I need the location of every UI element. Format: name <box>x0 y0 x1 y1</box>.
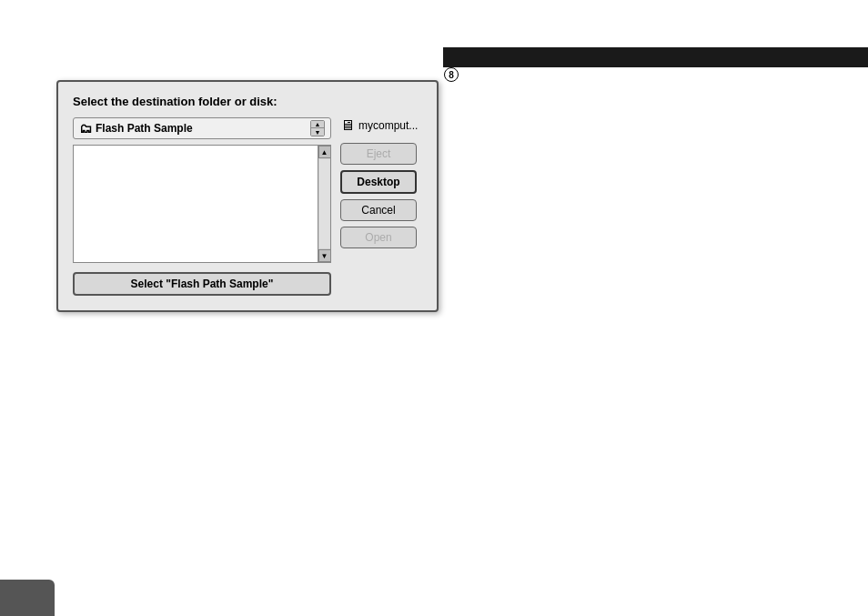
scroll-thumb[interactable] <box>319 159 330 248</box>
computer-label: 🖥 mycomput... <box>340 117 418 134</box>
folder-selector[interactable]: 🗂 Flash Path Sample ▲ ▼ <box>73 117 331 139</box>
bottom-tab-decoration <box>0 580 55 616</box>
disk-icon: 🖥 <box>340 117 355 134</box>
desktop-button[interactable]: Desktop <box>340 170 417 194</box>
scroll-down-button[interactable]: ▼ <box>318 249 331 262</box>
section-header-bar <box>443 47 868 67</box>
stepper-down-arrow[interactable]: ▼ <box>311 128 324 136</box>
stepper-up-arrow[interactable]: ▲ <box>311 121 324 128</box>
current-folder-name: Flash Path Sample <box>96 122 307 135</box>
open-button[interactable]: Open <box>340 227 417 248</box>
computer-name: mycomput... <box>358 119 418 132</box>
eject-button[interactable]: Eject <box>340 143 417 165</box>
left-panel: 🗂 Flash Path Sample ▲ ▼ ▲ ▼ Selec <box>73 117 331 296</box>
scroll-up-button[interactable]: ▲ <box>318 146 331 158</box>
folder-stepper[interactable]: ▲ ▼ <box>310 120 325 136</box>
file-list[interactable]: ▲ ▼ <box>73 145 331 263</box>
right-panel: 🖥 mycomput... Eject Desktop Cancel Open <box>340 117 422 296</box>
select-folder-button[interactable]: Select "Flash Path Sample" <box>73 272 331 296</box>
scrollbar[interactable]: ▲ ▼ <box>318 146 330 262</box>
folder-icon: 🗂 <box>79 121 92 136</box>
dialog-title: Select the destination folder or disk: <box>73 95 422 108</box>
cancel-button[interactable]: Cancel <box>340 199 417 221</box>
file-dialog: Select the destination folder or disk: 🗂… <box>56 80 439 312</box>
file-list-content <box>74 146 318 262</box>
folder-row: 🗂 Flash Path Sample ▲ ▼ <box>73 117 331 139</box>
dialog-content: 🗂 Flash Path Sample ▲ ▼ ▲ ▼ Selec <box>73 117 422 296</box>
page-number: 8 <box>444 67 459 82</box>
